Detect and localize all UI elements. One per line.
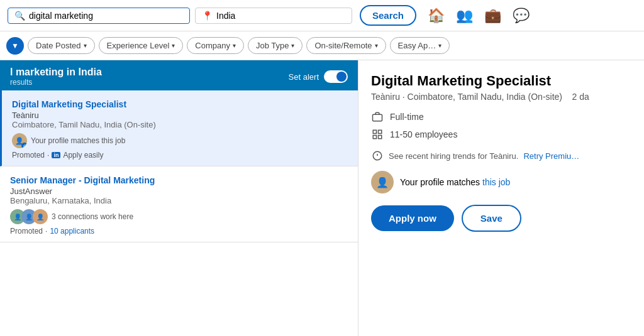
applicants-link-2[interactable]: 10 applicants (50, 227, 94, 236)
check-icon: ✓ (21, 143, 27, 148)
svg-rect-1 (373, 130, 376, 133)
search-input[interactable] (29, 11, 183, 21)
filter-bar: ▼ Date Posted ▾ Experience Level ▾ Compa… (0, 31, 644, 60)
company-size-text: 11-50 employees (390, 129, 457, 139)
chevron-down-icon: ▼ (11, 41, 19, 50)
avatar-conn-3: 👤 (33, 209, 48, 224)
left-panel: l marketing in India results Set alert D… (0, 60, 358, 336)
apply-now-button[interactable]: Apply now (371, 205, 454, 231)
main-area: l marketing in India results Set alert D… (0, 60, 644, 336)
job-detail-info: Full-time 11-50 employees (371, 111, 631, 141)
search-results-title: l marketing in India (10, 67, 102, 78)
location-icon: 📍 (202, 11, 213, 21)
search-input-wrap: 🔍 (8, 8, 190, 24)
set-alert-label: Set alert (289, 72, 319, 82)
chevron-down-icon: ▾ (172, 42, 175, 49)
right-panel: Digital Marketing Specialist Teàniru · C… (358, 60, 644, 336)
search-bar: 🔍 📍 Search 🏠 👥 💼 💬 (0, 0, 644, 31)
hiring-trends-row: See recent hiring trends for Teàniru. Re… (371, 149, 631, 162)
job-location-2: Bengaluru, Karnataka, India (10, 196, 348, 205)
job-meta-2: Promoted · 10 applicants (10, 227, 348, 236)
job-card-1[interactable]: Digital Marketing Specialist Teàniru Coi… (0, 90, 358, 166)
promoted-label-2: Promoted (10, 227, 43, 236)
chevron-down-icon: ▾ (438, 42, 441, 49)
trends-icon (371, 149, 384, 162)
messages-icon[interactable]: 💬 (513, 8, 530, 24)
profile-match-row: 👤 Your profile matches this job (371, 171, 631, 193)
filter-all-button[interactable]: ▼ (6, 37, 24, 55)
promoted-label-1: Promoted (12, 151, 45, 160)
search-results-subtitle: results (10, 78, 102, 87)
filter-chip-job-type[interactable]: Job Type ▾ (248, 37, 303, 54)
profile-match-text-1: Your profile matches this job (31, 136, 125, 145)
job-connections-2: 👤 👤 👤 3 connections work here (10, 209, 348, 224)
job-list: Digital Marketing Specialist Teàniru Coi… (0, 90, 358, 336)
job-detail-meta: Teàniru · Coimbatore, Tamil Nadu, India … (371, 92, 631, 102)
chevron-down-icon: ▾ (233, 42, 236, 49)
briefcase-icon[interactable]: 💼 (484, 8, 501, 24)
filter-chip-date-posted[interactable]: Date Posted ▾ (28, 37, 95, 54)
company-size-icon (371, 128, 384, 141)
chevron-down-icon: ▾ (84, 42, 87, 49)
job-profile-match-1: 👤 ✓ Your profile matches this job (12, 133, 348, 148)
job-card-2[interactable]: Senior Manager - Digital Marketing JustA… (0, 166, 358, 242)
set-alert-wrap: Set alert (289, 70, 348, 83)
left-panel-header: l marketing in India results Set alert (0, 60, 358, 90)
left-header-content: l marketing in India results (10, 67, 102, 87)
search-button[interactable]: Search (360, 5, 416, 26)
filter-chip-experience-level[interactable]: Experience Level ▾ (99, 37, 184, 54)
save-button[interactable]: Save (462, 205, 521, 232)
action-buttons: Apply now Save (371, 205, 631, 232)
briefcase-detail-icon (371, 111, 384, 123)
location-input-wrap: 📍 (195, 8, 352, 24)
job-company-2: JustAnswer (10, 187, 348, 196)
svg-rect-2 (379, 130, 382, 133)
svg-rect-4 (379, 136, 382, 139)
job-title-1: Digital Marketing Specialist (12, 99, 348, 109)
filter-chip-onsite-remote[interactable]: On-site/Remote ▾ (306, 37, 386, 54)
set-alert-toggle[interactable] (324, 70, 348, 83)
nav-icons: 🏠 👥 💼 💬 (428, 8, 530, 24)
job-detail-title: Digital Marketing Specialist (371, 73, 631, 89)
employment-type-text: Full-time (390, 112, 424, 122)
profile-match-text: Your profile matches this job (400, 177, 510, 187)
detail-location: Coimbatore, Tamil Nadu, India (On-site) (408, 92, 562, 102)
connections-text-2: 3 connections work here (52, 212, 133, 221)
connections-avatars: 👤 👤 👤 (10, 209, 48, 224)
hiring-trends-text: See recent hiring trends for Teàniru. (389, 151, 518, 161)
svg-rect-3 (373, 136, 376, 139)
profile-avatar: 👤 (371, 171, 394, 193)
job-company-1: Teàniru (12, 111, 348, 120)
home-icon[interactable]: 🏠 (428, 8, 445, 24)
filter-chip-company[interactable]: Company ▾ (187, 37, 244, 54)
filter-chip-easy-apply[interactable]: Easy Ap… ▾ (390, 37, 450, 54)
apply-easily-1: Apply easily (63, 151, 103, 160)
retry-premium-link[interactable]: Retry Premiu… (523, 151, 579, 161)
detail-company: Teàniru (371, 92, 400, 102)
chevron-down-icon: ▾ (291, 42, 294, 49)
location-input[interactable] (216, 11, 345, 21)
search-icon: 🔍 (14, 11, 25, 21)
employment-type-row: Full-time (371, 111, 631, 123)
avatar-1: 👤 ✓ (12, 133, 27, 148)
chevron-down-icon: ▾ (375, 42, 378, 49)
linkedin-logo-1: in (52, 152, 60, 158)
company-size-row: 11-50 employees (371, 128, 631, 141)
job-title-2: Senior Manager - Digital Marketing (10, 175, 348, 185)
people-icon[interactable]: 👥 (456, 8, 473, 24)
job-meta-1: Promoted · in Apply easily (12, 151, 348, 160)
svg-rect-0 (373, 114, 382, 121)
job-location-1: Coimbatore, Tamil Nadu, India (On-site) (12, 120, 348, 129)
detail-time: 2 da (572, 92, 589, 102)
